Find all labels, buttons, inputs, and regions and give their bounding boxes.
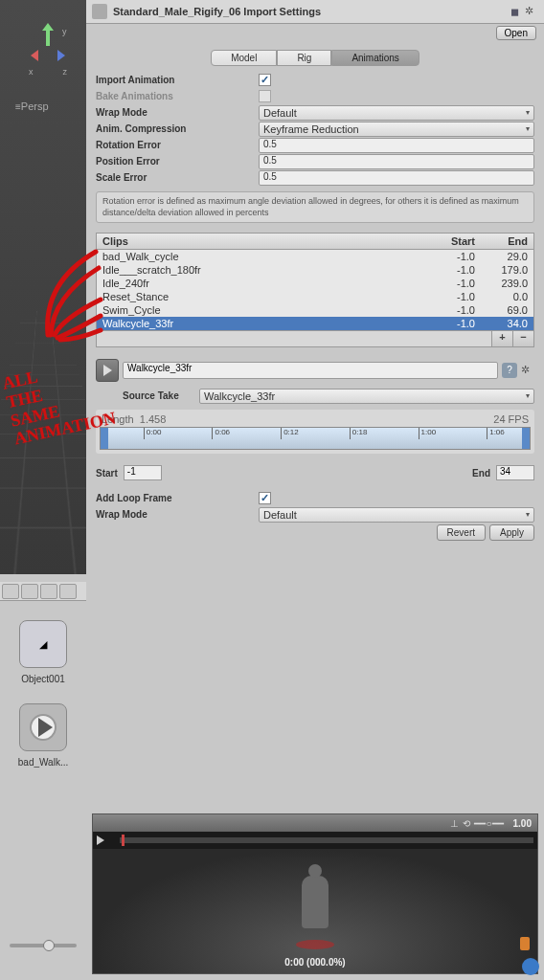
anim-compression-label: Anim. Compression	[96, 123, 259, 134]
zoom-slider[interactable]	[10, 940, 77, 951]
clips-col-name: Clips	[102, 235, 422, 247]
clip-wrap-mode-label: Wrap Mode	[96, 509, 259, 520]
rotation-error-label: Rotation Error	[96, 140, 259, 150]
rotation-error-input[interactable]: 0.5	[259, 138, 534, 153]
clip-wrap-mode-dropdown[interactable]: Default	[259, 507, 534, 523]
add-clip-button[interactable]: +	[491, 331, 512, 346]
asset-tool-4[interactable]	[59, 584, 77, 599]
clip-row[interactable]: Walkcycle_33fr-1.034.0	[97, 317, 533, 330]
anim-compression-dropdown[interactable]: Keyframe Reduction	[259, 122, 534, 137]
preview-slider[interactable]: ━━○━━	[474, 818, 503, 829]
inspector-header: Standard_Male_Rigify_06 Import Settings …	[86, 0, 544, 24]
import-animation-checkbox[interactable]	[259, 74, 271, 86]
add-loop-checkbox[interactable]	[259, 492, 271, 504]
asset-tool-3[interactable]	[40, 584, 57, 599]
tab-model[interactable]: Model	[211, 50, 277, 66]
clip-row[interactable]: Swim_Cycle-1.069.0	[97, 303, 533, 317]
clips-col-start: Start	[422, 235, 475, 247]
clip-gear-icon[interactable]: ✲	[521, 364, 534, 377]
source-take-dropdown[interactable]: Walkcycle_33fr	[199, 389, 534, 404]
tab-animations[interactable]: Animations	[331, 50, 419, 66]
preview-play-button[interactable]	[97, 834, 116, 847]
clip-row[interactable]: Idle___scratch_180fr-1.0179.0	[97, 263, 533, 277]
animation-preview: ⊥ ⟲ ━━○━━ 1.00 0:00 (000.0%)	[92, 813, 538, 974]
axis-y-label: y	[62, 27, 67, 36]
asset-tool-2[interactable]	[21, 584, 38, 599]
revert-button[interactable]: Revert	[437, 524, 486, 541]
clip-name-input[interactable]: Walkcycle_33fr	[123, 362, 498, 379]
scale-error-label: Scale Error	[96, 172, 259, 183]
range-start-handle[interactable]	[101, 428, 108, 450]
tab-rig[interactable]: Rig	[277, 50, 331, 66]
bake-animations-label: Bake Animations	[96, 91, 259, 101]
clip-row[interactable]: Reset_Stance-1.00.0	[97, 290, 533, 303]
asset-tool-1[interactable]	[2, 584, 19, 599]
play-clip-button[interactable]	[96, 359, 119, 382]
animation-clip-icon	[19, 703, 67, 751]
axis-gizmo[interactable]: y x z	[29, 29, 67, 67]
error-info-text: Rotation error is defined as maximum ang…	[96, 191, 534, 223]
character-model	[302, 876, 329, 928]
preview-viewport[interactable]: 0:00 (000.0%)	[93, 849, 537, 973]
bake-animations-checkbox	[259, 90, 271, 102]
remove-clip-button[interactable]: −	[512, 331, 533, 346]
add-loop-label: Add Loop Frame	[96, 493, 259, 503]
scene-viewport[interactable]: y x z ≡Persp	[0, 0, 86, 574]
position-error-input[interactable]: 0.5	[259, 154, 534, 169]
import-tabs: Model Rig Animations	[86, 42, 544, 70]
preview-speed-icon[interactable]: ⟲	[463, 818, 470, 829]
asset-toolbar	[0, 582, 86, 601]
asset-object[interactable]: ◢ Object001	[0, 620, 86, 684]
scale-error-input[interactable]: 0.5	[259, 170, 534, 186]
preview-person-icon[interactable]: ⊥	[450, 818, 459, 829]
end-label: End	[472, 468, 490, 479]
axis-x-label: x	[29, 67, 34, 77]
start-label: Start	[96, 468, 118, 479]
persp-label: ≡Persp	[15, 100, 49, 112]
help-icon[interactable]: ?	[502, 363, 517, 378]
import-animation-label: Import Animation	[96, 75, 259, 85]
preview-scrubber[interactable]	[120, 837, 533, 843]
preview-settings-icon[interactable]	[522, 958, 539, 975]
gear-icon[interactable]: ✲	[525, 5, 538, 18]
wrap-mode-dropdown[interactable]: Default	[259, 105, 534, 121]
range-end-handle[interactable]	[522, 428, 530, 450]
apply-button[interactable]: Apply	[489, 524, 534, 541]
source-take-label: Source Take	[123, 390, 199, 401]
timeline: Length 1.458 24 FPS 0:00 0:06 0:12 0:18 …	[96, 410, 534, 454]
end-frame-input[interactable]: 34	[496, 465, 534, 480]
asset-animation[interactable]: bad_Walk...	[0, 703, 86, 768]
wrap-mode-label: Wrap Mode	[96, 107, 259, 118]
preview-speed-value: 1.00	[513, 818, 532, 829]
asset-type-icon	[92, 4, 107, 19]
clip-row[interactable]: Idle_240fr-1.0239.0	[97, 277, 533, 290]
position-error-label: Position Error	[96, 156, 259, 167]
mesh-icon: ◢	[19, 620, 67, 668]
page-title: Standard_Male_Rigify_06 Import Settings	[113, 6, 505, 17]
timeline-ruler[interactable]: 0:00 0:06 0:12 0:18 1:00 1:06	[100, 427, 531, 450]
open-button[interactable]: Open	[496, 26, 536, 40]
clip-row[interactable]: bad_Walk_cycle-1.029.0	[97, 250, 533, 263]
avatar-icon[interactable]	[520, 937, 530, 950]
clips-col-end: End	[475, 235, 528, 247]
fps-label: 24 FPS	[493, 413, 529, 425]
start-frame-input[interactable]: -1	[124, 465, 162, 480]
preview-time-label: 0:00 (000.0%)	[93, 957, 537, 968]
clips-table: Clips Start End bad_Walk_cycle-1.029.0 I…	[96, 233, 534, 347]
axis-z-label: z	[63, 67, 68, 77]
help-icon[interactable]: ◼	[510, 6, 519, 18]
